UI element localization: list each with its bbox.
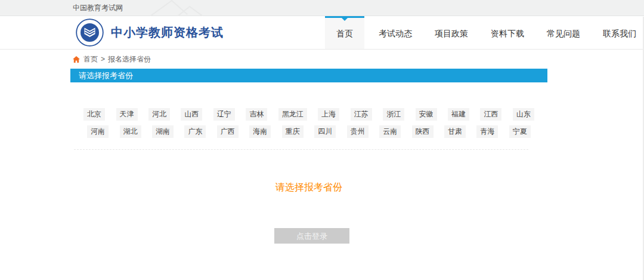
section-banner: 请选择报考省份 — [70, 69, 547, 82]
province-button[interactable]: 四川 — [314, 125, 336, 138]
top-utility-bar: 中国教育考试网 — [0, 0, 644, 16]
tab-contact-us[interactable]: 联系我们 — [595, 16, 644, 49]
province-button[interactable]: 吉林 — [246, 108, 267, 121]
province-button[interactable]: 云南 — [379, 125, 401, 138]
tab-faq[interactable]: 常见问题 — [538, 16, 589, 49]
home-icon — [73, 56, 80, 63]
province-button[interactable]: 陕西 — [412, 125, 434, 138]
province-button[interactable]: 北京 — [83, 108, 105, 121]
province-button[interactable]: 青海 — [476, 125, 498, 138]
site-logo-icon[interactable] — [76, 19, 104, 47]
province-button[interactable]: 天津 — [116, 108, 138, 121]
main-nav: 首页 考试动态 项目政策 资料下载 常见问题 联系我们 — [322, 16, 644, 49]
breadcrumb: 首页 > 报名选择省份 — [73, 54, 151, 64]
province-button[interactable]: 广西 — [217, 125, 239, 138]
province-button[interactable]: 湖北 — [120, 125, 141, 138]
breadcrumb-home-link[interactable]: 首页 — [83, 54, 98, 64]
province-button[interactable]: 重庆 — [282, 125, 304, 138]
province-button[interactable]: 辽宁 — [213, 108, 235, 121]
tab-project-policy[interactable]: 项目政策 — [426, 16, 476, 49]
site-network-label: 中国教育考试网 — [73, 0, 123, 16]
province-button[interactable]: 福建 — [448, 108, 469, 121]
dotted-divider — [74, 149, 528, 150]
province-button[interactable]: 浙江 — [383, 108, 404, 121]
province-button[interactable]: 山西 — [181, 108, 202, 121]
site-header: 中小学教师资格考试 首页 考试动态 项目政策 资料下载 常见问题 联系我们 — [0, 16, 644, 50]
province-button[interactable]: 黑龙江 — [278, 108, 307, 121]
breadcrumb-separator: > — [101, 55, 105, 63]
province-button[interactable]: 海南 — [249, 125, 271, 138]
site-title: 中小学教师资格考试 — [111, 16, 224, 49]
province-button[interactable]: 河南 — [87, 125, 109, 138]
province-button[interactable]: 安徽 — [416, 108, 437, 121]
province-button[interactable]: 宁夏 — [509, 125, 531, 138]
province-row-2: 河南 湖北 湖南 广东 广西 海南 重庆 四川 贵州 云南 陕西 甘肃 青海 宁… — [70, 125, 547, 138]
province-button[interactable]: 湖南 — [152, 125, 174, 138]
province-button[interactable]: 江苏 — [351, 108, 372, 121]
tab-downloads[interactable]: 资料下载 — [482, 16, 532, 49]
province-row-1: 北京 天津 河北 山西 辽宁 吉林 黑龙江 上海 江苏 浙江 安徽 福建 江西 … — [70, 108, 547, 121]
tab-exam-news[interactable]: 考试动态 — [370, 16, 420, 49]
select-province-prompt: 请选择报考省份 — [70, 181, 547, 194]
province-button[interactable]: 贵州 — [347, 125, 369, 138]
login-button[interactable]: 点击登录 — [274, 228, 349, 244]
province-button[interactable]: 甘肃 — [444, 125, 466, 138]
breadcrumb-current: 报名选择省份 — [108, 54, 151, 64]
province-button[interactable]: 山东 — [513, 108, 534, 121]
province-button[interactable]: 上海 — [318, 108, 339, 121]
province-button[interactable]: 广东 — [184, 125, 206, 138]
province-button[interactable]: 河北 — [148, 108, 170, 121]
province-button[interactable]: 江西 — [480, 108, 501, 121]
tab-home[interactable]: 首页 — [325, 16, 364, 49]
